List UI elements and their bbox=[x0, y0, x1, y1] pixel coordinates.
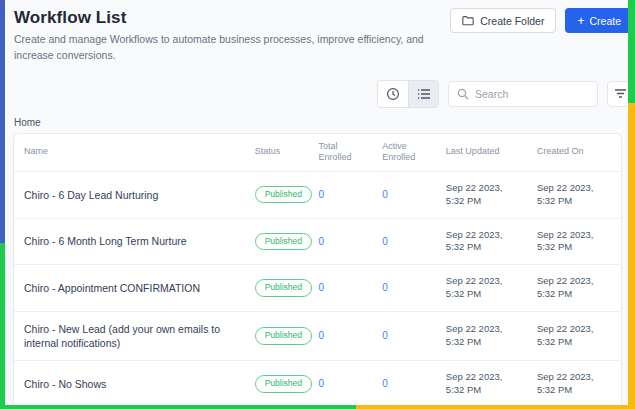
workflow-list-page: Workflow List Create and manage Workflow… bbox=[0, 0, 635, 409]
status-badge: Published bbox=[255, 233, 312, 250]
workflow-status-cell: Published bbox=[245, 361, 309, 408]
folder-icon bbox=[462, 15, 474, 26]
active-enrolled-count[interactable]: 0 bbox=[372, 218, 436, 265]
column-header: Total Enrolled bbox=[308, 134, 372, 172]
page-header: Workflow List Create and manage Workflow… bbox=[0, 0, 635, 64]
page-description: Create and manage Workflows to automate … bbox=[14, 32, 434, 64]
column-header: Name bbox=[14, 134, 245, 172]
created-on-date: Sep 22 2023, 5:32 PM bbox=[527, 361, 621, 408]
table-row[interactable]: Chiro - 6 Month Long Term Nurture Publis… bbox=[14, 218, 621, 265]
column-header: Active Enrolled bbox=[372, 134, 436, 172]
workflow-table-card: NameStatusTotal EnrolledActive EnrolledL… bbox=[13, 133, 622, 409]
history-view-button[interactable] bbox=[378, 81, 408, 107]
search-icon bbox=[457, 88, 469, 100]
total-enrolled-count[interactable]: 0 bbox=[308, 311, 372, 360]
create-folder-button[interactable]: Create Folder bbox=[450, 8, 556, 33]
status-badge: Published bbox=[255, 186, 312, 203]
edge-strip-left-green bbox=[0, 243, 5, 409]
created-on-date: Sep 22 2023, 5:32 PM bbox=[527, 265, 621, 312]
edge-strip-left-blue bbox=[0, 0, 5, 243]
workflow-status-cell: Published bbox=[245, 171, 309, 218]
total-enrolled-count[interactable]: 0 bbox=[308, 265, 372, 312]
created-on-date: Sep 22 2023, 5:32 PM bbox=[527, 171, 621, 218]
total-enrolled-count[interactable]: 0 bbox=[308, 171, 372, 218]
search-input[interactable] bbox=[475, 88, 589, 100]
edge-strip-bottom-green bbox=[0, 405, 356, 409]
edge-strip-right-yellow bbox=[628, 103, 635, 409]
filter-icon bbox=[614, 88, 627, 99]
table-row[interactable]: Chiro - Appointment CONFIRMATION Publish… bbox=[14, 265, 621, 312]
plus-icon: + bbox=[577, 15, 584, 27]
table-row[interactable]: Chiro - 6 Day Lead Nurturing Published 0… bbox=[14, 171, 621, 218]
last-updated-date: Sep 22 2023, 5:32 PM bbox=[436, 218, 527, 265]
edge-strip-bottom-yellow bbox=[356, 405, 635, 409]
last-updated-date: Sep 22 2023, 5:32 PM bbox=[436, 171, 527, 218]
create-label: Create bbox=[589, 15, 621, 27]
status-badge: Published bbox=[255, 279, 312, 296]
table-row[interactable]: Chiro - New Lead (add your own emails to… bbox=[14, 311, 621, 360]
created-on-date: Sep 22 2023, 5:32 PM bbox=[527, 218, 621, 265]
create-button[interactable]: + Create bbox=[565, 8, 635, 33]
last-updated-date: Sep 22 2023, 5:32 PM bbox=[436, 311, 527, 360]
total-enrolled-count[interactable]: 0 bbox=[308, 218, 372, 265]
table-header-row: NameStatusTotal EnrolledActive EnrolledL… bbox=[14, 134, 621, 172]
last-updated-date: Sep 22 2023, 5:32 PM bbox=[436, 265, 527, 312]
header-actions: Create Folder + Create bbox=[450, 8, 635, 33]
active-enrolled-count[interactable]: 0 bbox=[372, 171, 436, 218]
breadcrumb-home[interactable]: Home bbox=[14, 117, 41, 128]
list-view-button[interactable] bbox=[408, 81, 438, 107]
total-enrolled-count[interactable]: 0 bbox=[308, 361, 372, 408]
view-toggle-group bbox=[377, 80, 439, 108]
workflow-name[interactable]: Chiro - 6 Day Lead Nurturing bbox=[14, 171, 245, 218]
edge-strip-right-green bbox=[628, 0, 635, 103]
workflow-status-cell: Published bbox=[245, 311, 309, 360]
status-badge: Published bbox=[255, 375, 312, 392]
toolbar bbox=[0, 80, 635, 108]
last-updated-date: Sep 22 2023, 5:32 PM bbox=[436, 361, 527, 408]
workflow-name[interactable]: Chiro - Appointment CONFIRMATION bbox=[14, 265, 245, 312]
search-box bbox=[448, 81, 598, 107]
status-badge: Published bbox=[255, 327, 312, 344]
list-icon bbox=[417, 88, 431, 100]
table-row[interactable]: Chiro - No Shows Published 0 0 Sep 22 20… bbox=[14, 361, 621, 408]
created-on-date: Sep 22 2023, 5:32 PM bbox=[527, 311, 621, 360]
active-enrolled-count[interactable]: 0 bbox=[372, 311, 436, 360]
workflow-name[interactable]: Chiro - New Lead (add your own emails to… bbox=[14, 311, 245, 360]
clock-icon bbox=[386, 87, 400, 101]
breadcrumb: Home bbox=[14, 117, 635, 128]
active-enrolled-count[interactable]: 0 bbox=[372, 265, 436, 312]
column-header: Last Updated bbox=[436, 134, 527, 172]
workflow-table: NameStatusTotal EnrolledActive EnrolledL… bbox=[14, 134, 621, 409]
workflow-name[interactable]: Chiro - 6 Month Long Term Nurture bbox=[14, 218, 245, 265]
active-enrolled-count[interactable]: 0 bbox=[372, 361, 436, 408]
column-header: Created On bbox=[527, 134, 621, 172]
create-folder-label: Create Folder bbox=[480, 15, 544, 27]
column-header: Status bbox=[245, 134, 309, 172]
workflow-status-cell: Published bbox=[245, 265, 309, 312]
workflow-name[interactable]: Chiro - No Shows bbox=[14, 361, 245, 408]
workflow-status-cell: Published bbox=[245, 218, 309, 265]
